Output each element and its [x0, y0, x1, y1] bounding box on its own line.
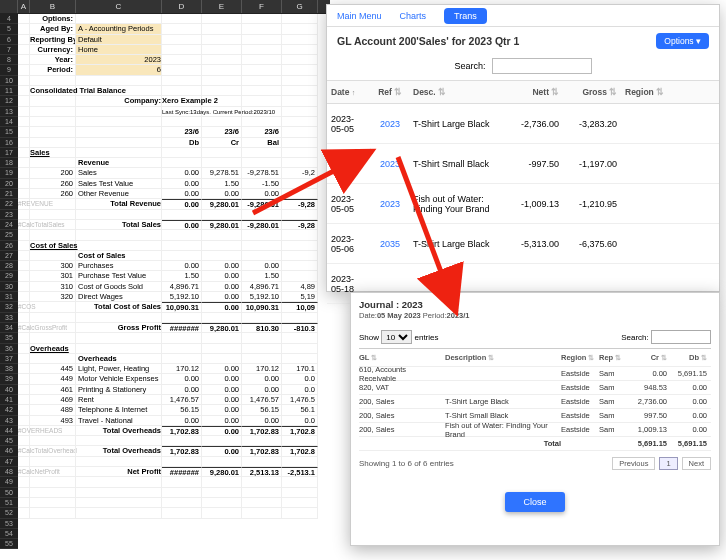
row-number[interactable]: 22	[0, 199, 18, 209]
type-col-db: Db	[162, 138, 202, 148]
total-overheads-label: Total Overheads	[76, 426, 162, 436]
next-button[interactable]: Next	[682, 457, 711, 470]
row-number[interactable]: 30	[0, 282, 18, 292]
row-number[interactable]: 44	[0, 426, 18, 436]
row-number[interactable]: 19	[0, 168, 18, 178]
col-header-d[interactable]: D	[162, 0, 202, 13]
th-desc[interactable]: Desc.⇅	[409, 81, 505, 103]
nav-main-menu[interactable]: Main Menu	[337, 11, 382, 21]
row-number[interactable]: 27	[0, 251, 18, 261]
row-number[interactable]: 7	[0, 45, 18, 55]
page-1[interactable]: 1	[659, 457, 677, 470]
row-number[interactable]: 54	[0, 529, 18, 539]
ref-link[interactable]: 2023	[380, 159, 400, 169]
sort-asc-icon: ↑	[352, 89, 356, 96]
year-value[interactable]: 2023	[76, 55, 162, 65]
td-db: 0.00	[667, 425, 707, 434]
row-number[interactable]: 11	[0, 86, 18, 96]
row-number[interactable]: 26	[0, 241, 18, 251]
th-ref[interactable]: Ref⇅	[371, 81, 409, 103]
th-cr[interactable]: Cr⇅	[627, 353, 667, 362]
prev-button[interactable]: Previous	[612, 457, 655, 470]
row-number[interactable]: 20	[0, 179, 18, 189]
row-number[interactable]: 13	[0, 107, 18, 117]
row-number[interactable]: 33	[0, 313, 18, 323]
close-button[interactable]: Close	[505, 492, 564, 512]
ref-link[interactable]: 2023	[380, 119, 400, 129]
col-header-b[interactable]: B	[30, 0, 76, 13]
ref-link[interactable]: 2023	[380, 199, 400, 209]
aged-by-value[interactable]: A - Accounting Periods	[76, 24, 162, 34]
row-number[interactable]: 25	[0, 230, 18, 240]
row-number[interactable]: 34	[0, 323, 18, 333]
th-gross[interactable]: Gross⇅	[563, 81, 621, 103]
row-number[interactable]: 24	[0, 220, 18, 230]
journal-search-input[interactable]	[651, 330, 711, 344]
row-number[interactable]: 31	[0, 292, 18, 302]
row-number[interactable]: 10	[0, 76, 18, 86]
row-number[interactable]: 16	[0, 138, 18, 148]
row-number[interactable]: 36	[0, 344, 18, 354]
th-gl[interactable]: GL⇅	[359, 353, 445, 362]
nav-charts[interactable]: Charts	[400, 11, 427, 21]
reporting-by-value[interactable]: Default	[76, 35, 162, 45]
col-header-a[interactable]: A	[18, 0, 30, 13]
row-number[interactable]: 15	[0, 127, 18, 137]
reporting-by-label: Reporting By:	[30, 35, 76, 45]
row-number[interactable]: 41	[0, 395, 18, 405]
td-region: Eastside	[561, 383, 599, 392]
revenue-sub: Revenue	[76, 158, 162, 168]
th-nett[interactable]: Nett⇅	[505, 81, 563, 103]
aged-by-label: Aged By:	[30, 24, 76, 34]
row-number[interactable]: 21	[0, 189, 18, 199]
row-number[interactable]: 12	[0, 96, 18, 106]
entries-select[interactable]: 10	[381, 330, 412, 344]
row-number[interactable]: 39	[0, 374, 18, 384]
col-header-g[interactable]: G	[282, 0, 318, 13]
th-date[interactable]: Date ↑	[327, 81, 371, 103]
row-number[interactable]: 55	[0, 539, 18, 549]
row-number[interactable]: 23	[0, 210, 18, 220]
period-value[interactable]: 6	[76, 65, 162, 75]
row-number[interactable]: 51	[0, 498, 18, 508]
row-number[interactable]: 6	[0, 35, 18, 45]
row-number[interactable]: 42	[0, 405, 18, 415]
row-number[interactable]: 29	[0, 271, 18, 281]
row-number[interactable]: 40	[0, 385, 18, 395]
row-number[interactable]: 14	[0, 117, 18, 127]
col-header-e[interactable]: E	[202, 0, 242, 13]
row-number[interactable]: 17	[0, 148, 18, 158]
row-number[interactable]: 49	[0, 477, 18, 487]
row-number[interactable]: 43	[0, 416, 18, 426]
row-number[interactable]: 46	[0, 446, 18, 456]
row-number[interactable]: 37	[0, 354, 18, 364]
search-input[interactable]	[492, 58, 592, 74]
row-number[interactable]: 8	[0, 55, 18, 65]
row-number[interactable]: 48	[0, 467, 18, 477]
row-number[interactable]: 18	[0, 158, 18, 168]
row-number[interactable]: 47	[0, 457, 18, 467]
row-number[interactable]: 9	[0, 65, 18, 75]
row-number[interactable]: 4	[0, 14, 18, 24]
row-number[interactable]: 53	[0, 519, 18, 529]
col-header-f[interactable]: F	[242, 0, 282, 13]
th-db[interactable]: Db⇅	[667, 353, 707, 362]
options-button[interactable]: Options ▾	[656, 33, 709, 49]
th-description[interactable]: Description⇅	[445, 353, 561, 362]
row-number[interactable]: 45	[0, 436, 18, 446]
row-number[interactable]: 32	[0, 302, 18, 312]
th-region[interactable]: Region⇅	[561, 353, 599, 362]
th-rep[interactable]: Rep⇅	[599, 353, 627, 362]
row-number[interactable]: 5	[0, 24, 18, 34]
ref-link[interactable]: 2035	[380, 239, 400, 249]
col-header-c[interactable]: C	[76, 0, 162, 13]
th-region[interactable]: Region⇅	[621, 81, 681, 103]
row-number[interactable]: 28	[0, 261, 18, 271]
row-number[interactable]: 52	[0, 508, 18, 518]
nav-trans[interactable]: Trans	[444, 8, 487, 24]
trans-row: 2023-05-052023Fish out of Water: Finding…	[327, 184, 719, 224]
row-number[interactable]: 35	[0, 333, 18, 343]
row-number[interactable]: 38	[0, 364, 18, 374]
row-number[interactable]: 50	[0, 488, 18, 498]
currency-value[interactable]: Home	[76, 45, 162, 55]
